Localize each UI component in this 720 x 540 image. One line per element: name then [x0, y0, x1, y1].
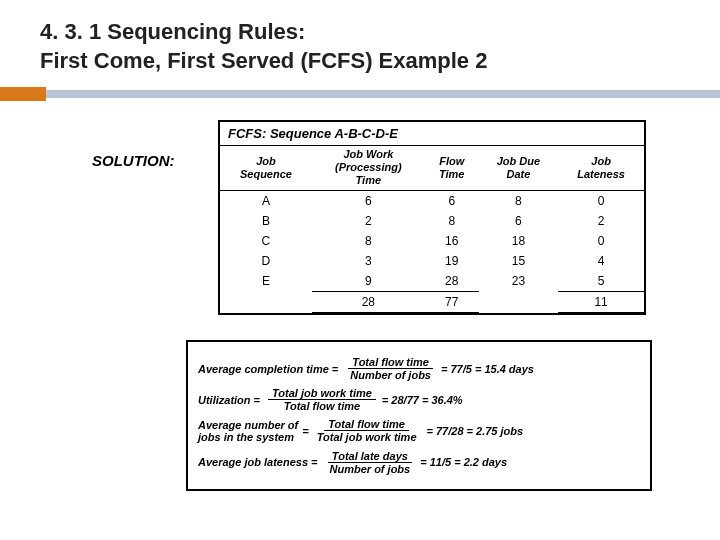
total-work: 28: [312, 291, 425, 312]
total-late: 11: [558, 291, 644, 312]
formula-avg-completion: Average completion time = Total flow tim…: [198, 356, 640, 381]
col-header-late: Job Lateness: [558, 146, 644, 191]
formula-avg-jobs: Average number of jobs in the system = T…: [198, 418, 640, 443]
formula-avg-lateness: Average job lateness = Total late days N…: [198, 450, 640, 475]
fcfs-table-box: FCFS: Sequence A-B-C-D-E Job Sequence Jo…: [218, 120, 646, 315]
total-flow: 77: [425, 291, 479, 312]
col-header-work: Job Work (Processing) Time: [312, 146, 425, 191]
formula-utilization: Utilization = Total job work time Total …: [198, 387, 640, 412]
table-row: E 9 28 23 5: [220, 271, 644, 292]
formulas-box: Average completion time = Total flow tim…: [186, 340, 652, 491]
slide-title: 4. 3. 1 Sequencing Rules: First Come, Fi…: [0, 0, 720, 85]
col-header-due: Job Due Date: [479, 146, 559, 191]
fraction: Total flow time Total job work time: [313, 418, 421, 443]
col-header-flow: Flow Time: [425, 146, 479, 191]
rule-accent-blue: [46, 90, 720, 98]
fraction: Total job work time Total flow time: [268, 387, 376, 412]
table-totals-row: 28 77 11: [220, 291, 644, 312]
fraction: Total late days Number of jobs: [326, 450, 415, 475]
table-body: A 6 6 8 0 B 2 8 6 2 C 8 16 18 0 D: [220, 190, 644, 312]
table-row: B 2 8 6 2: [220, 211, 644, 231]
rule-accent-orange: [0, 87, 46, 101]
title-line-2: First Come, First Served (FCFS) Example …: [40, 48, 487, 73]
col-header-job: Job Sequence: [220, 146, 312, 191]
fcfs-table: Job Sequence Job Work (Processing) Time …: [220, 145, 644, 313]
title-line-1: 4. 3. 1 Sequencing Rules:: [40, 19, 305, 44]
horizontal-rule: [0, 87, 720, 105]
table-row: A 6 6 8 0: [220, 190, 644, 211]
solution-label: SOLUTION:: [92, 152, 175, 169]
fraction: Total flow time Number of jobs: [346, 356, 435, 381]
table-row: D 3 19 15 4: [220, 251, 644, 271]
table-caption: FCFS: Sequence A-B-C-D-E: [220, 122, 644, 145]
table-row: C 8 16 18 0: [220, 231, 644, 251]
